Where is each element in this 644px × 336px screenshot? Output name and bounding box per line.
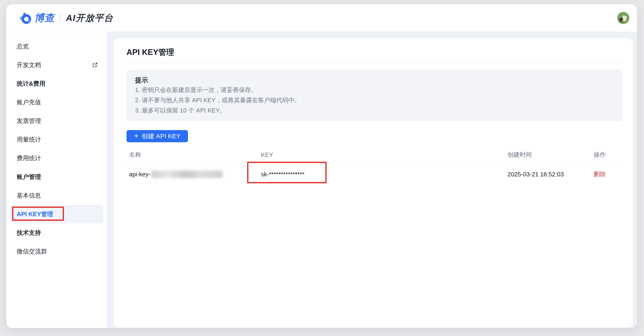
sidebar-section-label: 技术支持 bbox=[17, 229, 41, 237]
tip-line-2: 2. 请不要与他人共享 API KEY，或将其暴露在客户端代码中。 bbox=[135, 95, 614, 105]
sidebar-item-label: 开发文档 bbox=[17, 61, 41, 69]
sidebar-section-stats-fees: 统计&费用 bbox=[10, 74, 104, 93]
sidebar-section-label: 账户管理 bbox=[17, 173, 41, 181]
brand: 博查 AI开放平台 bbox=[18, 11, 113, 25]
sidebar-item-label: API KEY管理 bbox=[17, 210, 53, 219]
delete-api-key-link[interactable]: 删除 bbox=[594, 171, 606, 178]
user-avatar[interactable] bbox=[617, 12, 629, 24]
create-api-key-label: 创建 API KEY bbox=[142, 132, 180, 140]
sidebar-item-invoice[interactable]: 发票管理 bbox=[10, 112, 104, 130]
sidebar-item-dev-docs[interactable]: 开发文档 bbox=[10, 56, 104, 74]
sidebar-item-label: 发票管理 bbox=[17, 117, 41, 125]
sidebar-section-support: 技术支持 bbox=[10, 224, 104, 242]
sidebar-item-usage-stats[interactable]: 用量统计 bbox=[10, 130, 104, 149]
api-key-name-cell: api-key- bbox=[126, 171, 259, 178]
sidebar-item-overview[interactable]: 总览 bbox=[10, 37, 104, 56]
sidebar-item-api-key-management[interactable]: API KEY管理 bbox=[10, 205, 104, 224]
api-key-name-redacted bbox=[152, 171, 222, 178]
page-title: API KEY管理 bbox=[126, 38, 622, 58]
sidebar-item-label: 账户充值 bbox=[17, 98, 41, 107]
api-key-table: 名称 KEY 创建时间 操作 api-key- sk-*************… bbox=[126, 147, 622, 186]
app-window: 博查 AI开放平台 bbox=[6, 4, 637, 328]
api-key-panel: API KEY管理 提示 1. 密钥只会在新建后显示一次，请妥善保存。 2. 请… bbox=[114, 38, 633, 327]
tip-title: 提示 bbox=[135, 76, 614, 85]
sidebar-section-account: 账户管理 bbox=[10, 167, 104, 186]
external-link-icon bbox=[92, 62, 98, 68]
main-content: API KEY管理 提示 1. 密钥只会在新建后显示一次，请妥善保存。 2. 请… bbox=[107, 32, 637, 328]
sidebar-item-label: 微信交流群 bbox=[17, 247, 47, 256]
table-row: api-key- sk-*************** 2025-03-21 1… bbox=[126, 162, 622, 186]
column-header-key: KEY bbox=[259, 151, 508, 158]
api-key-name-prefix: api-key- bbox=[129, 171, 150, 178]
column-header-created-at: 创建时间 bbox=[508, 151, 594, 159]
table-header-row: 名称 KEY 创建时间 操作 bbox=[126, 147, 622, 162]
sidebar-item-label: 总览 bbox=[17, 42, 29, 51]
api-key-created-at: 2025-03-21 16:52:03 bbox=[508, 171, 594, 178]
sidebar: 总览 开发文档 统计&费用 账户充值 发票管理 bbox=[6, 32, 107, 328]
sidebar-item-cost-stats[interactable]: 费用统计 bbox=[10, 149, 104, 167]
title-divider bbox=[126, 63, 622, 63]
plus-icon: + bbox=[134, 132, 138, 140]
brand-name: 博查 bbox=[34, 11, 54, 25]
avatar-image bbox=[617, 12, 629, 24]
api-key-masked-value: sk-*************** bbox=[261, 171, 304, 178]
tip-line-3: 3. 最多可以保留 10 个 API KEY。 bbox=[135, 105, 614, 116]
sidebar-item-label: 费用统计 bbox=[17, 154, 41, 162]
create-api-key-button[interactable]: + 创建 API KEY bbox=[126, 130, 188, 142]
bocha-b-logo-icon bbox=[18, 12, 32, 25]
sidebar-item-wechat-group[interactable]: 微信交流群 bbox=[10, 242, 104, 261]
sidebar-item-label: 用量统计 bbox=[17, 135, 41, 144]
top-header: 博查 AI开放平台 bbox=[6, 4, 637, 32]
platform-title: AI开放平台 bbox=[66, 12, 113, 24]
api-key-value-cell: sk-*************** bbox=[259, 171, 508, 178]
brand-divider bbox=[59, 14, 61, 23]
sidebar-item-recharge[interactable]: 账户充值 bbox=[10, 93, 104, 112]
column-header-action: 操作 bbox=[594, 151, 622, 159]
sidebar-item-basic-info[interactable]: 基本信息 bbox=[10, 186, 104, 205]
tip-box: 提示 1. 密钥只会在新建后显示一次，请妥善保存。 2. 请不要与他人共享 AP… bbox=[126, 70, 622, 121]
sidebar-item-label: 基本信息 bbox=[17, 192, 41, 200]
column-header-name: 名称 bbox=[126, 151, 259, 159]
sidebar-section-label: 统计&费用 bbox=[17, 80, 45, 88]
app-body: 总览 开发文档 统计&费用 账户充值 发票管理 bbox=[6, 32, 637, 328]
tip-line-1: 1. 密钥只会在新建后显示一次，请妥善保存。 bbox=[135, 85, 614, 95]
